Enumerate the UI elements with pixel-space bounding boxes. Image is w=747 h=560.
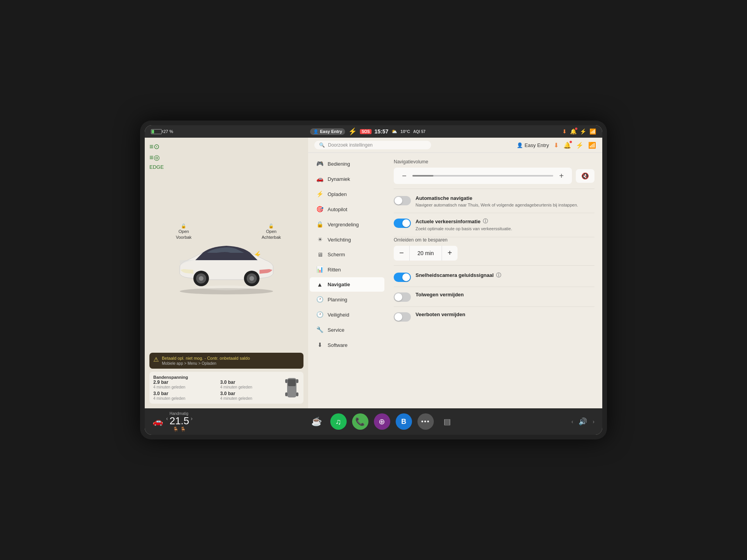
interior-icon[interactable]: ≡◎ <box>149 153 160 162</box>
mute-button[interactable]: 🔇 <box>576 169 594 183</box>
software-icon: ⬇ <box>316 341 324 348</box>
camera-info-icon[interactable]: ⓘ <box>496 272 501 279</box>
temp-value: 21.5 <box>170 416 189 426</box>
traffic-toggle[interactable] <box>394 219 411 228</box>
app-chart-button[interactable]: ▤ <box>439 413 456 430</box>
app-phone-button[interactable]: 📞 <box>352 413 368 430</box>
taskbar-temp: ‹ Handmatig 21.5 › 🪑 🪑 <box>166 411 193 432</box>
tire-fr: 3.0 bar 4 minuten geleden <box>220 380 281 389</box>
mini-car-svg <box>284 376 300 399</box>
spotify-icon: ♫ <box>335 417 341 426</box>
tire-rr: 3.0 bar 4 minuten geleden <box>220 391 281 401</box>
bediening-label: Bediening <box>328 161 350 167</box>
camera-toggle[interactable] <box>394 273 411 282</box>
sos-badge: SOS <box>360 129 371 134</box>
volume-speaker-icon[interactable]: 🔊 <box>579 417 587 426</box>
profile-person-icon: 👤 <box>517 142 523 148</box>
navigation-settings-panel: Navigatievolume − + � <box>386 153 602 408</box>
status-center: 👤 Easy Entry ⚡ SOS 15:57 ⛅ 10°C AQI 57 <box>310 127 426 136</box>
coffee-icon: ☕ <box>311 416 322 427</box>
edge-icon[interactable]: EDGE <box>149 164 160 170</box>
warning-title: Betaald opl. niet mog. - Contr. onbetaal… <box>162 356 250 360</box>
camera-row: Snelheidscamera geluidssignaal ⓘ <box>394 267 594 287</box>
sidebar-item-navigatie[interactable]: ▲ Navigatie <box>310 277 384 292</box>
front-unlock-icon: 🔓 <box>181 224 186 228</box>
auto-nav-toggle[interactable] <box>394 196 411 205</box>
temp-increase-arrow[interactable]: › <box>191 415 193 422</box>
verlichting-label: Verlichting <box>328 237 351 243</box>
planning-icon: 🕐 <box>316 296 324 303</box>
sidebar-item-vergrendeling[interactable]: 🔒 Vergrendeling <box>310 217 384 232</box>
scherm-label: Scherm <box>328 252 345 257</box>
tire-fl: 2.9 bar 4 minuten geleden <box>153 380 214 389</box>
navigatie-label: Navigatie <box>328 282 350 287</box>
sidebar-item-dynamiek[interactable]: 🚗 Dynamiek <box>310 172 384 186</box>
sidebar-item-autopilot[interactable]: 🎯 Autopilot <box>310 202 384 217</box>
sidebar-item-veiligheid[interactable]: 🕐 Veiligheid <box>310 307 384 322</box>
auto-nav-knob <box>395 197 402 205</box>
auto-nav-desc: Navigeer automatisch naar Thuis, Werk of… <box>416 202 594 208</box>
dynamiek-label: Dynamiek <box>328 176 350 182</box>
sidebar-item-bediening[interactable]: 🎮 Bediening <box>310 156 384 171</box>
omleiden-decrease-button[interactable]: − <box>394 246 409 261</box>
taskbar-prev-arrow[interactable]: ‹ <box>572 418 573 425</box>
toll-title: Tolwegen vermijden <box>416 292 594 298</box>
left-panel: ≡⊙ ≡◎ EDGE 🔓 Open Voorbak 🔓 Open Achterb <box>145 138 308 408</box>
veiligheid-label: Veiligheid <box>328 312 349 318</box>
status-left: 27 % <box>151 129 173 134</box>
volume-increase-button[interactable]: + <box>556 171 566 181</box>
bell-icon[interactable]: 🔔 <box>563 142 571 149</box>
volume-decrease-button[interactable]: − <box>399 171 409 181</box>
auto-nav-row: Automatische navigatie Navigeer automati… <box>394 191 594 213</box>
traffic-knob <box>402 219 410 227</box>
seat-left-icon: 🪑 <box>173 427 179 432</box>
app-coffee-button[interactable]: ☕ <box>309 413 325 430</box>
sidebar-item-scherm[interactable]: 🖥 Scherm <box>310 247 384 262</box>
sidebar-item-planning[interactable]: 🕐 Planning <box>310 292 384 307</box>
sidebar-item-software[interactable]: ⬇ Software <box>310 338 384 352</box>
search-bar[interactable]: 🔍 Doorzoek instellingen <box>314 141 431 149</box>
svg-rect-11 <box>285 392 288 396</box>
headlight-icon[interactable]: ≡⊙ <box>149 142 160 151</box>
traffic-title: Actuele verkeersinformatie ⓘ <box>416 218 594 225</box>
svg-point-6 <box>249 276 254 281</box>
svg-rect-8 <box>288 379 296 386</box>
volume-slider-track[interactable] <box>412 175 553 177</box>
status-bar: 27 % 👤 Easy Entry ⚡ SOS 15:57 ⛅ 10°C AQI… <box>145 125 602 138</box>
status-right: ⬇ 🔔 ⚡ 📶 <box>562 128 596 135</box>
tire-fl-value: 2.9 bar <box>153 380 214 385</box>
sidebar-item-ritten[interactable]: 📊 Ritten <box>310 262 384 277</box>
main-area: ≡⊙ ≡◎ EDGE 🔓 Open Voorbak 🔓 Open Achterb <box>145 138 602 408</box>
taskbar-next-arrow[interactable]: › <box>593 418 594 425</box>
ferry-text: Veerboten vermijden <box>416 312 594 317</box>
sidebar-item-opladen[interactable]: ⚡ Opladen <box>310 187 384 201</box>
vergrendeling-icon: 🔒 <box>316 221 324 228</box>
bluetooth-header-icon[interactable]: ⚡ <box>576 142 584 149</box>
autopilot-label: Autopilot <box>328 206 347 212</box>
volume-slider-container: − + <box>394 168 572 184</box>
app-media-button[interactable]: ⊕ <box>374 413 390 430</box>
ferry-toggle[interactable] <box>394 312 411 322</box>
tire-pressure-label: Bandenspanning <box>153 375 281 380</box>
temp-display: Handmatig 21.5 <box>170 411 189 426</box>
app-spotify-button[interactable]: ♫ <box>330 413 347 430</box>
download-header-icon[interactable]: ⬇ <box>554 142 559 149</box>
taskbar-car-icon[interactable]: 🚗 <box>153 416 163 427</box>
sidebar-item-verlichting[interactable]: ☀ Verlichting <box>310 232 384 247</box>
toll-toggle[interactable] <box>394 292 411 302</box>
app-more-button[interactable]: ••• <box>417 413 434 430</box>
tire-rl: 3.0 bar 4 minuten geleden <box>153 391 214 401</box>
temp-decrease-arrow[interactable]: ‹ <box>166 415 168 422</box>
svg-rect-9 <box>285 379 288 383</box>
omleiden-increase-button[interactable]: + <box>442 246 458 261</box>
bluetooth-app-icon: B <box>401 418 406 426</box>
seat-icons: 🪑 🪑 <box>173 427 186 432</box>
warning-banner: ⚠ Betaald opl. niet mog. - Contr. onbeta… <box>149 353 303 369</box>
app-bluetooth-button[interactable]: B <box>396 413 412 430</box>
taskbar-center: ☕ ♫ 📞 ⊕ B ••• ▤ <box>309 413 456 430</box>
traffic-info-icon[interactable]: ⓘ <box>483 218 488 225</box>
sidebar-item-service[interactable]: 🔧 Service <box>310 322 384 337</box>
seat-right-icon: 🪑 <box>180 427 186 432</box>
signal-header-icon[interactable]: 📶 <box>588 142 596 149</box>
ritten-icon: 📊 <box>316 266 324 273</box>
